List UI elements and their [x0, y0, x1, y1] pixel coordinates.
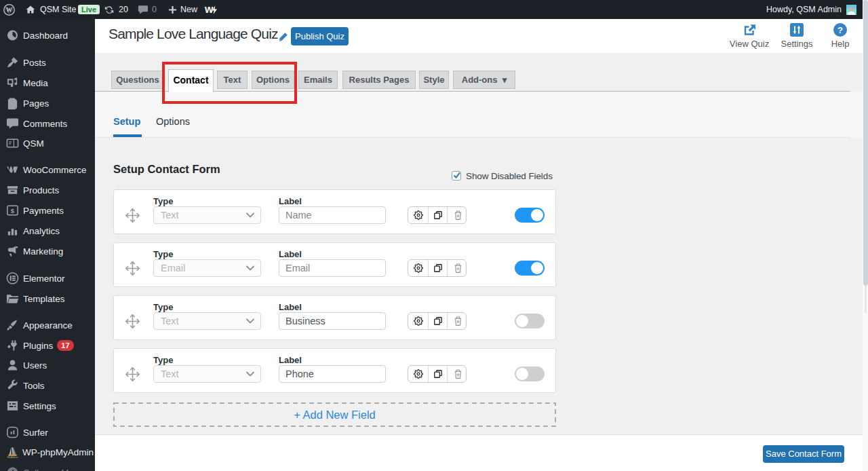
svg-text:W: W [6, 6, 13, 13]
svg-text:?: ? [837, 25, 843, 35]
svg-text:MyAdmin: MyAdmin [7, 456, 18, 459]
svg-text:$: $ [11, 207, 15, 214]
